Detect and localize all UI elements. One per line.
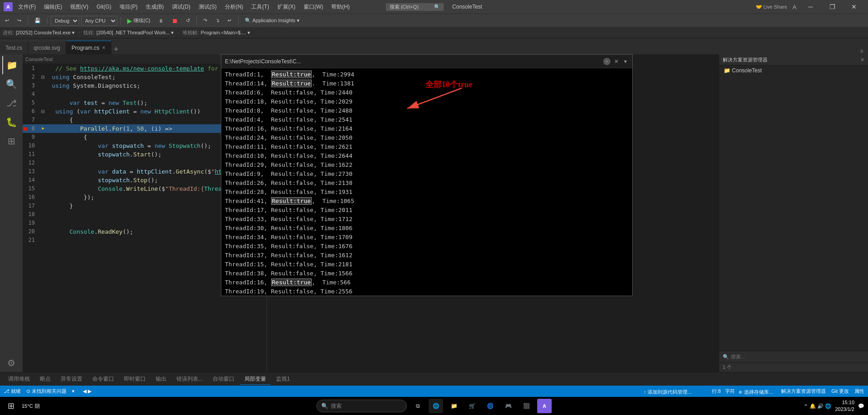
- bottom-tab-locals[interactable]: 局部变量: [240, 373, 271, 385]
- tab-test-cs[interactable]: Test.cs: [0, 41, 28, 54]
- activity-debug[interactable]: 🐛: [2, 113, 20, 131]
- search-icon-right[interactable]: 🔍: [723, 354, 729, 360]
- filter-icon: ▾: [72, 388, 75, 394]
- bottom-tab-command[interactable]: 命令窗口: [88, 373, 119, 385]
- activity-extensions[interactable]: ⊞: [2, 132, 20, 150]
- cpu-mode-dropdown[interactable]: Any CPU: [81, 16, 117, 26]
- activity-lock[interactable]: ⚙: [2, 354, 20, 372]
- filter-status[interactable]: ▾: [72, 388, 75, 394]
- step-out[interactable]: ↵: [224, 16, 235, 26]
- gutter-14: [23, 176, 28, 184]
- menu-window[interactable]: 窗口(W): [300, 2, 327, 12]
- stop-button[interactable]: ⏹: [168, 16, 181, 26]
- right-panel-close[interactable]: ✕: [860, 57, 864, 63]
- git-branch[interactable]: ⎇ 就绪: [4, 388, 21, 395]
- solution-search-input[interactable]: [731, 354, 864, 359]
- no-issues[interactable]: ⊙ 未找到相关问题: [26, 388, 67, 395]
- restore-button[interactable]: ❐: [822, 0, 843, 14]
- edge-taskbar[interactable]: 🌐: [429, 399, 443, 413]
- line-number-3: 3: [28, 81, 39, 90]
- menu-test[interactable]: 测试(S): [195, 2, 220, 12]
- tray-up[interactable]: ^: [805, 403, 807, 409]
- properties-status[interactable]: 属性: [854, 388, 864, 395]
- vs-taskbar[interactable]: A: [537, 399, 552, 413]
- taskbar-search[interactable]: 🔍 搜索: [316, 400, 407, 412]
- start-button[interactable]: ⊞: [4, 399, 18, 413]
- app-insights[interactable]: 🔍 Application Insights ▾: [242, 16, 302, 26]
- pause-button[interactable]: ⏸: [155, 16, 167, 26]
- solution-explorer-status[interactable]: 解决方案资源管理器: [781, 388, 826, 395]
- menu-file[interactable]: 文件(F): [14, 2, 39, 12]
- bottom-tab-callstack[interactable]: 调用堆栈: [4, 373, 34, 385]
- explorer-taskbar[interactable]: 📁: [447, 399, 461, 413]
- bottom-tab-output[interactable]: 输出: [151, 373, 171, 385]
- tab-program-cs-close[interactable]: ✕: [102, 45, 105, 50]
- activity-search[interactable]: 🔍: [2, 75, 20, 93]
- play-button[interactable]: ▶ 继续(C): [124, 16, 153, 26]
- bottom-tab-watch1[interactable]: 监视1: [272, 373, 295, 385]
- select-repository[interactable]: ⊕ 选择存储库...: [734, 387, 777, 397]
- toolbar-save[interactable]: 💾: [31, 16, 44, 26]
- clock[interactable]: 15:10 2023/1/2: [835, 399, 854, 413]
- menu-extensions[interactable]: 扩展(X): [274, 2, 299, 12]
- search-bar[interactable]: 搜索 (Ctrl+Q) 🔍: [386, 3, 444, 11]
- terminal-taskbar[interactable]: ⬛: [519, 399, 534, 413]
- edge2-taskbar[interactable]: 🌀: [483, 399, 497, 413]
- tab-qrcode-svg[interactable]: qrcode.svg: [28, 41, 66, 54]
- live-share[interactable]: 🤝 Live Share: [756, 4, 792, 10]
- location-value[interactable]: Program.<Main>$.... ▾: [201, 30, 250, 36]
- menu-view[interactable]: 视图(V): [67, 2, 92, 12]
- menu-edit[interactable]: 编辑(E): [40, 2, 66, 12]
- gutter-1: [23, 64, 28, 73]
- bottom-tab-exceptions[interactable]: 异常设置: [56, 373, 87, 385]
- restart-button[interactable]: ↺: [183, 16, 193, 26]
- new-tab-button[interactable]: +: [111, 45, 120, 54]
- console-output[interactable]: ThreadId:1, Result:true, Time:2994Thread…: [221, 68, 632, 296]
- add-to-source-button[interactable]: ↑ 添加到源代码管理...: [639, 387, 696, 397]
- toolbar-undo[interactable]: ↩: [2, 16, 12, 26]
- devtools-taskbar[interactable]: 🎮: [501, 399, 515, 413]
- console-line-21: ThreadId:15, Result:false, Time:2181: [225, 260, 629, 269]
- bottom-panel-tabs: 调用堆栈 断点 异常设置 命令窗口 即时窗口 输出 错误列表... 自动窗口 局…: [0, 372, 868, 386]
- console-line-23: ThreadId:16, Result:true, Time:566: [225, 278, 629, 287]
- activity-git[interactable]: ⎇: [2, 94, 20, 112]
- toolbar-sep-4: [196, 17, 197, 25]
- task-view-button[interactable]: ⧉: [410, 399, 425, 413]
- menu-tools[interactable]: 工具(T): [248, 2, 272, 12]
- tab-overflow[interactable]: ≡: [857, 48, 866, 54]
- right-panel-bottom: 1 个: [719, 362, 868, 372]
- console-close-x[interactable]: ✕: [612, 58, 620, 65]
- step-over[interactable]: ↷: [200, 16, 210, 26]
- menu-git[interactable]: Git(G): [93, 3, 115, 11]
- menu-project[interactable]: 项目(P): [116, 2, 141, 12]
- gutter-7: [23, 116, 28, 124]
- bottom-tab-breakpoints[interactable]: 断点: [35, 373, 55, 385]
- minimize-button[interactable]: ─: [800, 0, 821, 14]
- git-changes-status[interactable]: Git 更改: [831, 388, 849, 395]
- bottom-tab-auto[interactable]: 自动窗口: [208, 373, 239, 385]
- menu-analyze[interactable]: 分析(N): [221, 2, 247, 12]
- taskbar: ⊞ 15°C 阴 🔍 搜索 ⧉ 🌐 📁 🛒 🌀 🎮 ⬛ A ^ 🔔 🔊 🌐 15…: [0, 397, 868, 415]
- menu-debug[interactable]: 调试(D): [168, 2, 194, 12]
- menu-help[interactable]: 帮助(H): [328, 2, 353, 12]
- bottom-tab-immediate[interactable]: 即时窗口: [119, 373, 150, 385]
- bottom-tab-errors[interactable]: 错误列表...: [172, 373, 207, 385]
- solution-item[interactable]: 📁 ConsoleTest: [719, 66, 868, 75]
- notification-icon[interactable]: 💬: [858, 403, 864, 409]
- debug-mode-dropdown[interactable]: Debug: [51, 16, 79, 26]
- activity-explorer[interactable]: 📁: [2, 56, 20, 74]
- console-line-6: ThreadId:16, Result:false, Time:2164: [225, 124, 629, 133]
- breakpoint-dot[interactable]: ●: [24, 125, 27, 132]
- tab-program-cs[interactable]: Program.cs ✕: [66, 41, 111, 54]
- toolbar-redo[interactable]: ↪: [14, 16, 24, 26]
- thread-value[interactable]: [20540] .NET ThreadPool Work... ▾: [96, 30, 174, 36]
- weather-widget[interactable]: 15°C 阴: [22, 403, 40, 410]
- console-icon-1[interactable]: +: [603, 58, 610, 65]
- step-into[interactable]: ↴: [212, 16, 223, 26]
- menu-build[interactable]: 生成(B): [142, 2, 167, 12]
- store-taskbar[interactable]: 🛒: [465, 399, 479, 413]
- gutter-5: [23, 99, 28, 107]
- process-value[interactable]: [20252] ConsoleTest.exe ▾: [16, 30, 75, 36]
- console-minimize[interactable]: ▾: [622, 58, 629, 65]
- close-button[interactable]: ✕: [844, 0, 864, 14]
